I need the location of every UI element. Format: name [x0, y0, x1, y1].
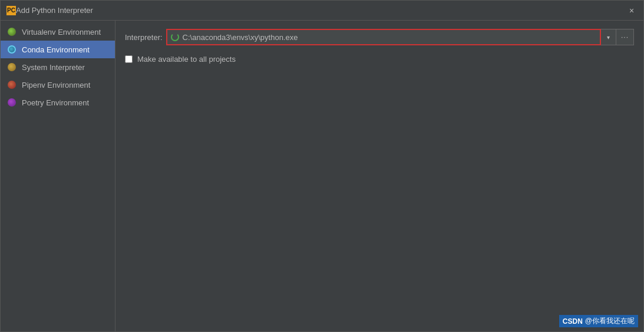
loading-spinner: [171, 33, 179, 41]
title-bar: PC Add Python Interpreter ×: [1, 1, 643, 21]
close-button[interactable]: ×: [626, 5, 638, 16]
make-available-row: Make available to all projects: [125, 55, 634, 64]
system-icon: [6, 62, 17, 72]
watermark-csdn: CSDN: [563, 317, 583, 326]
sidebar-item-virtualenv-label: Virtualenv Environment: [22, 28, 101, 36]
pipenv-icon: [6, 79, 17, 90]
conda-icon: [6, 44, 17, 55]
dialog: PC Add Python Interpreter × Virtualenv E…: [0, 0, 644, 332]
content-area: Virtualenv Environment Conda Environment…: [1, 21, 643, 331]
interpreter-label: Interpreter:: [125, 33, 163, 42]
sidebar-item-pipenv[interactable]: Pipenv Environment: [1, 76, 115, 94]
sidebar-item-system-label: System Interpreter: [22, 63, 85, 72]
virtualenv-icon: [6, 26, 17, 37]
dialog-title: Add Python Interpreter: [16, 6, 626, 15]
interpreter-dropdown-button[interactable]: ▾: [601, 29, 616, 45]
sidebar-item-conda[interactable]: Conda Environment: [1, 41, 115, 58]
poetry-icon: [6, 97, 17, 108]
watermark-text: @你看我还在呢: [585, 316, 635, 326]
sidebar: Virtualenv Environment Conda Environment…: [1, 21, 115, 331]
sidebar-item-system[interactable]: System Interpreter: [1, 58, 115, 76]
sidebar-item-conda-label: Conda Environment: [22, 45, 90, 54]
sidebar-item-poetry[interactable]: Poetry Environment: [1, 94, 115, 111]
interpreter-row: Interpreter: ▾ ···: [125, 29, 634, 45]
sidebar-item-poetry-label: Poetry Environment: [22, 98, 89, 107]
watermark: CSDN @你看我还在呢: [559, 315, 638, 327]
app-icon: PC: [6, 6, 16, 15]
sidebar-item-pipenv-label: Pipenv Environment: [22, 81, 90, 89]
interpreter-browse-button[interactable]: ···: [616, 29, 634, 45]
make-available-checkbox[interactable]: [125, 55, 133, 63]
make-available-label: Make available to all projects: [137, 55, 236, 64]
main-panel: Interpreter: ▾ ··· Make available to all…: [115, 21, 643, 331]
interpreter-input-wrapper: [166, 29, 601, 45]
sidebar-item-virtualenv[interactable]: Virtualenv Environment: [1, 23, 115, 41]
interpreter-path-input[interactable]: [183, 33, 596, 42]
